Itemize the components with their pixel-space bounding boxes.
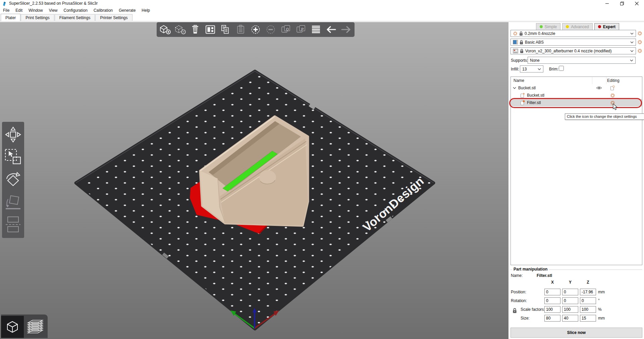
scale-x-input[interactable] — [544, 306, 560, 313]
part-icon — [520, 93, 525, 98]
tab-bar: Plater Print Settings Filament Settings … — [0, 14, 644, 22]
mode-simple-label: Simple — [545, 25, 557, 29]
svg-text:P: P — [301, 27, 304, 31]
slice-now-button[interactable]: Slice now — [511, 328, 642, 338]
mode-advanced-button[interactable]: Advanced — [562, 23, 592, 30]
eye-icon[interactable] — [596, 86, 602, 90]
column-header-visibility — [592, 77, 606, 84]
printer-profile-value: Voron_v2_300_afterburner 0.4 nozzle (mod… — [525, 49, 629, 53]
chevron-down-icon — [630, 59, 633, 61]
advanced-mode-dot-icon — [566, 25, 569, 28]
undo-button[interactable] — [324, 23, 338, 36]
menu-window[interactable]: Window — [25, 7, 46, 14]
tab-printer-settings[interactable]: Printer Settings — [95, 14, 132, 21]
split-to-objects-button[interactable]: O — [279, 23, 292, 36]
tab-plater[interactable]: Plater — [1, 14, 20, 21]
scale-y-input[interactable] — [562, 306, 578, 313]
layer-height-editing-button[interactable] — [309, 23, 323, 36]
filament-profile-settings-button[interactable] — [637, 40, 642, 45]
cut-gizmo-button[interactable] — [3, 214, 23, 235]
mode-simple-button[interactable]: Simple — [536, 23, 561, 30]
gear-icon — [637, 31, 642, 36]
part-row-bucket[interactable]: Bucket.stl — [511, 92, 642, 99]
plater-toolbar: O P — [157, 22, 355, 37]
remove-instance-button[interactable] — [264, 23, 277, 36]
viewport-3d-scene[interactable]: VoronDesign — [0, 22, 508, 339]
brim-checkbox[interactable] — [559, 66, 564, 71]
mode-expert-button[interactable]: Expert — [594, 23, 619, 30]
minimize-button[interactable] — [600, 0, 614, 7]
lock-icon — [520, 40, 523, 45]
copy-button[interactable] — [219, 23, 232, 36]
printer-profile-select[interactable]: Voron_v2_300_afterburner 0.4 nozzle (mod… — [511, 47, 636, 54]
printer-icon — [513, 49, 518, 53]
rotation-x-input[interactable] — [544, 297, 560, 304]
size-unit: mm — [598, 316, 605, 321]
rotate-gizmo-button[interactable] — [3, 170, 23, 190]
scale-gizmo-button[interactable] — [3, 147, 23, 167]
brim-label: Brim: — [549, 67, 558, 71]
filament-profile-value: Basic ABS — [525, 40, 629, 45]
part-row-filter[interactable]: Filter.stl — [511, 99, 642, 106]
object-row-bucket[interactable]: Bucket.stl — [511, 84, 642, 92]
filament-swatch-icon — [513, 40, 518, 44]
uniform-scale-lock-icon[interactable] — [513, 308, 517, 314]
supports-select[interactable]: None — [528, 57, 636, 64]
position-label: Position: — [511, 290, 526, 294]
menu-file[interactable]: File — [0, 7, 12, 14]
restore-button[interactable] — [614, 0, 629, 7]
modifier-part-icon — [520, 100, 525, 105]
gear-icon — [637, 40, 642, 45]
scale-z-input[interactable] — [580, 306, 596, 313]
menu-edit[interactable]: Edit — [12, 7, 25, 14]
menu-generate[interactable]: Generate — [116, 7, 139, 14]
position-unit: mm — [598, 290, 605, 294]
view-mode-toggle — [1, 314, 48, 338]
size-y-input[interactable] — [562, 315, 578, 322]
position-x-input[interactable] — [544, 289, 560, 295]
move-gizmo-button[interactable] — [3, 125, 23, 145]
view-3d-button[interactable] — [1, 316, 24, 338]
delete-object-button[interactable] — [173, 23, 187, 36]
part-name: Bucket.stl — [527, 93, 544, 98]
viewport-3d[interactable]: VoronDesign — [0, 22, 508, 339]
add-instance-button[interactable] — [249, 23, 262, 36]
part-settings-gear-icon[interactable] — [610, 93, 615, 98]
position-y-input[interactable] — [562, 289, 578, 295]
position-z-input[interactable] — [580, 289, 596, 295]
print-profile-settings-button[interactable] — [637, 31, 642, 36]
split-to-parts-button[interactable]: P — [294, 23, 308, 36]
part-manipulation-title: Part manipulation — [512, 267, 549, 272]
object-settings-icon[interactable] — [610, 85, 615, 91]
menu-calibration[interactable]: Calibration — [91, 7, 116, 14]
place-on-face-gizmo-button[interactable] — [3, 192, 23, 212]
column-header-editing: Editing — [606, 77, 642, 84]
close-button[interactable] — [629, 0, 644, 7]
part-name: Filter.stl — [527, 100, 541, 105]
paste-button[interactable] — [234, 23, 247, 36]
menu-view[interactable]: View — [46, 7, 61, 14]
redo-button[interactable] — [339, 23, 353, 36]
rotation-z-input[interactable] — [580, 297, 596, 304]
rotation-unit: ° — [598, 298, 600, 303]
view-preview-layers-button[interactable] — [24, 316, 47, 338]
print-profile-select[interactable]: 0.2mm 0.4nozzle — [511, 30, 636, 37]
menu-help[interactable]: Help — [139, 7, 153, 14]
menu-bar: File Edit Window View Configuration Cali… — [0, 7, 644, 14]
printer-profile-settings-button[interactable] — [637, 48, 642, 53]
filament-profile-select[interactable]: Basic ABS — [511, 39, 636, 46]
arrange-button[interactable] — [204, 23, 217, 36]
add-object-button[interactable] — [158, 23, 172, 36]
delete-all-icon-button[interactable] — [189, 23, 202, 36]
part-settings-gear-icon[interactable] — [610, 100, 615, 105]
size-x-input[interactable] — [544, 315, 560, 322]
menu-configuration[interactable]: Configuration — [61, 7, 91, 14]
size-z-input[interactable] — [580, 315, 596, 322]
sidebar: Simple Advanced Expert 0.2mm 0.4nozzle — [508, 22, 644, 339]
tree-collapse-icon[interactable] — [513, 87, 516, 89]
rotation-y-input[interactable] — [562, 297, 578, 304]
infill-select[interactable]: 13 — [520, 65, 543, 72]
axis-y-header: Y — [562, 280, 578, 285]
tab-print-settings[interactable]: Print Settings — [21, 14, 54, 21]
tab-filament-settings[interactable]: Filament Settings — [55, 14, 95, 21]
